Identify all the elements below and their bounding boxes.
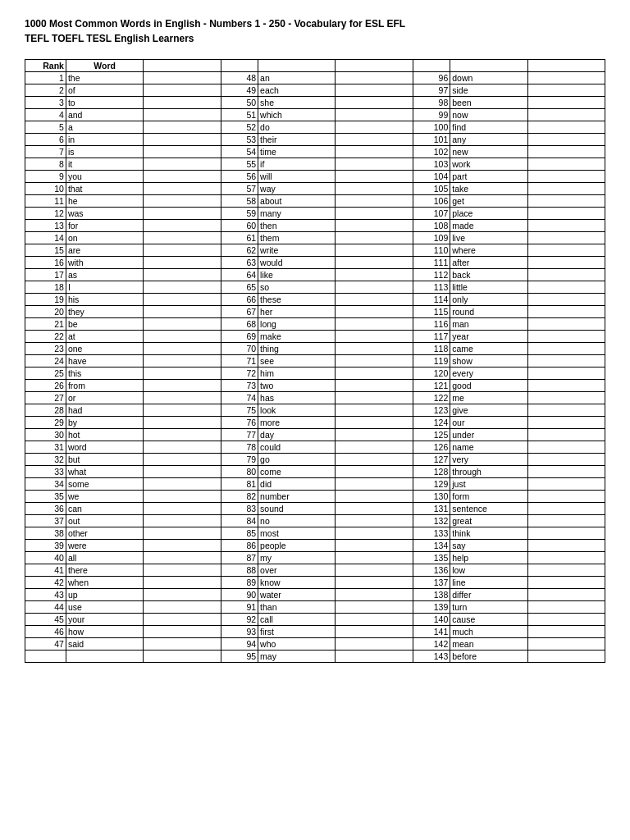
rank-cell: 64 bbox=[221, 269, 258, 281]
word-cell: came bbox=[450, 343, 527, 355]
word-cell: but bbox=[66, 454, 143, 466]
rank-cell: 8 bbox=[25, 158, 66, 171]
rank-cell: 30 bbox=[25, 429, 66, 441]
word-cell: sound bbox=[258, 503, 336, 515]
rank-cell: 85 bbox=[221, 527, 258, 540]
extra-cell bbox=[336, 134, 413, 146]
extra-cell bbox=[527, 478, 605, 491]
word-cell: has bbox=[258, 392, 336, 404]
word-cell: was bbox=[66, 208, 143, 220]
table-row: 19 his 66 these 114 only bbox=[25, 294, 605, 306]
rank-cell: 2 bbox=[25, 84, 66, 97]
rank-cell: 49 bbox=[221, 84, 258, 97]
extra-cell bbox=[144, 97, 221, 109]
extra-cell bbox=[336, 331, 413, 343]
word-cell: their bbox=[258, 134, 336, 146]
extra-cell bbox=[336, 244, 413, 257]
extra-cell bbox=[336, 72, 413, 84]
extra-cell bbox=[144, 478, 221, 491]
rank-cell: 140 bbox=[413, 614, 450, 626]
extra-cell bbox=[336, 380, 413, 392]
word-cell: or bbox=[66, 392, 143, 404]
extra-cell bbox=[336, 269, 413, 281]
table-row: 33 what 80 come 128 through bbox=[25, 466, 605, 478]
word-cell: man bbox=[450, 318, 527, 331]
rank-cell: 51 bbox=[221, 109, 258, 121]
word-cell: each bbox=[258, 84, 336, 97]
extra-cell bbox=[144, 380, 221, 392]
extra-cell bbox=[336, 318, 413, 331]
word-cell: write bbox=[258, 244, 336, 257]
rank-cell: 88 bbox=[221, 564, 258, 577]
word-cell: think bbox=[450, 527, 527, 540]
extra-cell bbox=[336, 404, 413, 417]
word-cell: much bbox=[450, 626, 527, 638]
extra-cell bbox=[144, 72, 221, 84]
table-body: Rank Word 1 the 48 an 96 down 2 of 49 ea… bbox=[25, 60, 605, 663]
word-cell: look bbox=[258, 404, 336, 417]
extra-cell bbox=[336, 306, 413, 318]
extra-cell bbox=[336, 601, 413, 614]
extra-cell bbox=[144, 417, 221, 429]
table-row: 30 hot 77 day 125 under bbox=[25, 429, 605, 441]
word-cell: part bbox=[450, 171, 527, 183]
word-cell: thing bbox=[258, 343, 336, 355]
word-cell: very bbox=[450, 454, 527, 466]
table-row: 20 they 67 her 115 round bbox=[25, 306, 605, 318]
word-cell: on bbox=[66, 232, 143, 244]
rank-cell: 80 bbox=[221, 466, 258, 478]
extra-cell bbox=[144, 355, 221, 368]
extra-cell bbox=[336, 121, 413, 134]
word-cell: most bbox=[258, 527, 336, 540]
word-cell: how bbox=[66, 626, 143, 638]
extra-cell bbox=[527, 626, 605, 638]
rank-cell: 22 bbox=[25, 331, 66, 343]
rank-cell: 141 bbox=[413, 626, 450, 638]
rank-cell: 96 bbox=[413, 72, 450, 84]
word-cell: she bbox=[258, 97, 336, 109]
extra-cell bbox=[144, 232, 221, 244]
extra-cell bbox=[527, 171, 605, 183]
word-cell: get bbox=[450, 195, 527, 208]
word-cell: back bbox=[450, 269, 527, 281]
extra-cell bbox=[144, 121, 221, 134]
extra-cell bbox=[336, 626, 413, 638]
word-cell: that bbox=[66, 183, 143, 195]
rank-cell: 41 bbox=[25, 564, 66, 577]
word-cell: form bbox=[450, 491, 527, 503]
word-cell: my bbox=[258, 552, 336, 564]
word-cell: little bbox=[450, 281, 527, 294]
word-cell: long bbox=[258, 318, 336, 331]
rank-cell: 34 bbox=[25, 478, 66, 491]
extra-cell bbox=[336, 208, 413, 220]
word-cell: may bbox=[258, 651, 336, 663]
rank-cell: 100 bbox=[413, 121, 450, 134]
word-cell: a bbox=[66, 121, 143, 134]
word-cell: made bbox=[450, 220, 527, 232]
word-cell: we bbox=[66, 491, 143, 503]
rank-cell: 23 bbox=[25, 343, 66, 355]
rank-cell: 76 bbox=[221, 417, 258, 429]
table-row: 13 for 60 then 108 made bbox=[25, 220, 605, 232]
rank-cell: 97 bbox=[413, 84, 450, 97]
rank-cell: 4 bbox=[25, 109, 66, 121]
word-cell: low bbox=[450, 564, 527, 577]
table-row: 21 be 68 long 116 man bbox=[25, 318, 605, 331]
extra-cell bbox=[527, 232, 605, 244]
rank-cell: 126 bbox=[413, 441, 450, 454]
extra-cell bbox=[527, 527, 605, 540]
rank-cell: 87 bbox=[221, 552, 258, 564]
word-cell: live bbox=[450, 232, 527, 244]
word-cell: when bbox=[66, 577, 143, 589]
rank-cell: 19 bbox=[25, 294, 66, 306]
word-cell: of bbox=[66, 84, 143, 97]
word-cell: great bbox=[450, 515, 527, 527]
word-cell: where bbox=[450, 244, 527, 257]
word-cell: over bbox=[258, 564, 336, 577]
word-cell: have bbox=[66, 355, 143, 368]
rank-cell: 118 bbox=[413, 343, 450, 355]
extra-cell bbox=[336, 97, 413, 109]
extra-cell bbox=[336, 171, 413, 183]
word-cell: time bbox=[258, 146, 336, 158]
extra-cell bbox=[144, 368, 221, 380]
